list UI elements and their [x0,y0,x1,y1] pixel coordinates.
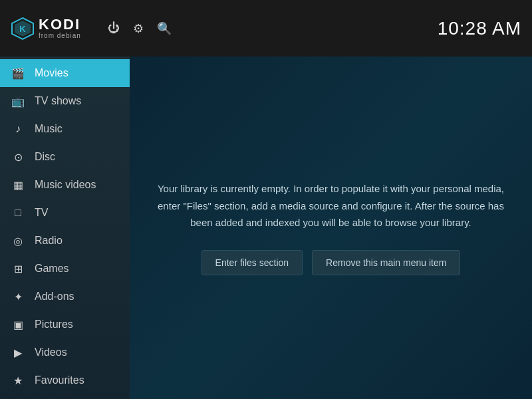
empty-library-text: Your library is currently empty. In orde… [152,180,511,231]
sidebar-item-games[interactable]: ⊞Games [0,255,130,283]
logo-text: KODI from debian [39,17,81,39]
settings-icon[interactable]: ⚙ [133,21,144,36]
add-ons-icon: ✦ [11,289,25,304]
sidebar-item-disc[interactable]: ⊙Disc [0,143,130,171]
music-videos-icon: ▦ [11,178,25,192]
videos-icon: ▶ [11,345,25,360]
sidebar-label-radio: Radio [35,235,63,247]
header-icons: ⏻ ⚙ 🔍 [108,21,172,36]
remove-menu-item-button[interactable]: Remove this main menu item [312,250,460,275]
sidebar-item-movies[interactable]: 🎬Movies [0,59,130,87]
favourites-icon: ★ [11,373,25,388]
sidebar-label-disc: Disc [35,151,55,163]
disc-icon: ⊙ [11,150,25,164]
sidebar-label-pictures: Pictures [35,319,73,331]
sidebar-item-pictures[interactable]: ▣Pictures [0,311,130,338]
info-buttons: Enter files section Remove this main men… [152,250,511,275]
sidebar-label-tv-shows: TV shows [35,95,81,107]
sidebar-item-music-videos[interactable]: ▦Music videos [0,171,130,199]
search-icon[interactable]: 🔍 [157,21,172,36]
header: K KODI from debian ⏻ ⚙ 🔍 10:28 AM [0,0,532,57]
sidebar-label-movies: Movies [35,67,68,79]
sidebar-item-radio[interactable]: ◎Radio [0,227,130,255]
app-sub: from debian [39,32,81,39]
sidebar-item-tv-shows[interactable]: 📺TV shows [0,87,130,115]
clock: 10:28 AM [438,18,521,39]
music-icon: ♪ [11,122,25,136]
pictures-icon: ▣ [11,317,25,332]
enter-files-button[interactable]: Enter files section [201,250,303,275]
sidebar-item-weather[interactable]: ◌Weather [0,394,130,399]
radio-icon: ◎ [11,233,25,248]
power-icon[interactable]: ⏻ [108,21,120,36]
app-name: KODI [39,17,81,32]
empty-library-box: Your library is currently empty. In orde… [138,167,524,289]
sidebar-label-favourites: Favourites [35,374,84,386]
sidebar-label-music-videos: Music videos [35,179,96,191]
games-icon: ⊞ [11,261,25,276]
kodi-logo-icon: K [11,17,35,41]
sidebar-item-videos[interactable]: ▶Videos [0,338,130,366]
tv-shows-icon: 📺 [11,94,25,108]
sidebar-label-tv: TV [35,207,48,219]
sidebar-label-add-ons: Add-ons [35,291,74,303]
sidebar: 🎬Movies📺TV shows♪Music⊙Disc▦Music videos… [0,57,130,399]
body-area: 🎬Movies📺TV shows♪Music⊙Disc▦Music videos… [0,57,532,399]
sidebar-item-music[interactable]: ♪Music [0,115,130,143]
main-content: Your library is currently empty. In orde… [130,57,532,399]
sidebar-label-games: Games [35,263,69,275]
sidebar-label-music: Music [35,123,63,135]
movies-icon: 🎬 [11,66,25,80]
sidebar-item-favourites[interactable]: ★Favourites [0,366,130,394]
sidebar-label-videos: Videos [35,346,67,358]
svg-text:K: K [19,24,26,34]
tv-icon: □ [11,205,25,220]
logo-area: K KODI from debian [11,17,81,41]
sidebar-item-add-ons[interactable]: ✦Add-ons [0,283,130,311]
sidebar-item-tv[interactable]: □TV [0,199,130,227]
